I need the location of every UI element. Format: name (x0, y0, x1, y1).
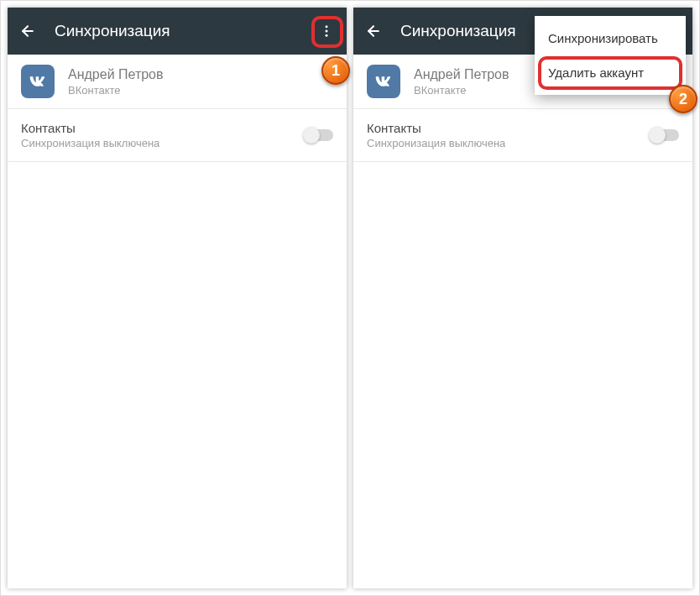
annotation-marker-1: 1 (321, 56, 350, 85)
annotation-marker-2: 2 (669, 85, 697, 113)
screen-right: Синхронизация Андрей Петров ВКонтакте Ко… (353, 8, 692, 588)
account-row[interactable]: Андрей Петров ВКонтакте (8, 55, 347, 109)
app-bar: Синхронизация (8, 8, 347, 55)
setting-text: Контакты Синхронизация выключена (21, 121, 305, 149)
setting-contacts[interactable]: Контакты Синхронизация выключена (8, 109, 347, 162)
overflow-menu-icon[interactable] (316, 21, 337, 41)
screen-left: Синхронизация Андрей Петров ВКонтакте Ко… (8, 8, 347, 588)
setting-contacts[interactable]: Контакты Синхронизация выключена (353, 109, 692, 162)
svg-point-3 (326, 34, 328, 37)
account-service: ВКонтакте (414, 84, 509, 97)
setting-title: Контакты (21, 121, 305, 135)
menu-sync-now[interactable]: Синхронизировать (535, 21, 686, 55)
sync-toggle[interactable] (650, 129, 679, 141)
account-text: Андрей Петров ВКонтакте (68, 67, 164, 97)
setting-text: Контакты Синхронизация выключена (367, 121, 650, 149)
vk-icon (367, 65, 400, 98)
content-area (8, 162, 347, 588)
page-title: Синхронизация (55, 22, 316, 40)
back-arrow-icon[interactable] (363, 21, 384, 41)
sync-toggle[interactable] (305, 129, 333, 141)
account-name: Андрей Петров (414, 67, 509, 82)
svg-point-1 (326, 25, 328, 28)
content-area (353, 162, 692, 588)
account-name: Андрей Петров (68, 67, 164, 82)
vk-icon (21, 65, 55, 98)
account-service: ВКонтакте (68, 84, 164, 97)
setting-sub: Синхронизация выключена (21, 137, 305, 149)
back-arrow-icon[interactable] (18, 21, 38, 41)
svg-point-2 (326, 30, 328, 33)
setting-sub: Синхронизация выключена (367, 137, 650, 149)
account-text: Андрей Петров ВКонтакте (414, 67, 509, 97)
overflow-dropdown: Синхронизировать Удалить аккаунт (535, 16, 686, 95)
setting-title: Контакты (367, 121, 650, 135)
menu-delete-account[interactable]: Удалить аккаунт (535, 55, 686, 90)
